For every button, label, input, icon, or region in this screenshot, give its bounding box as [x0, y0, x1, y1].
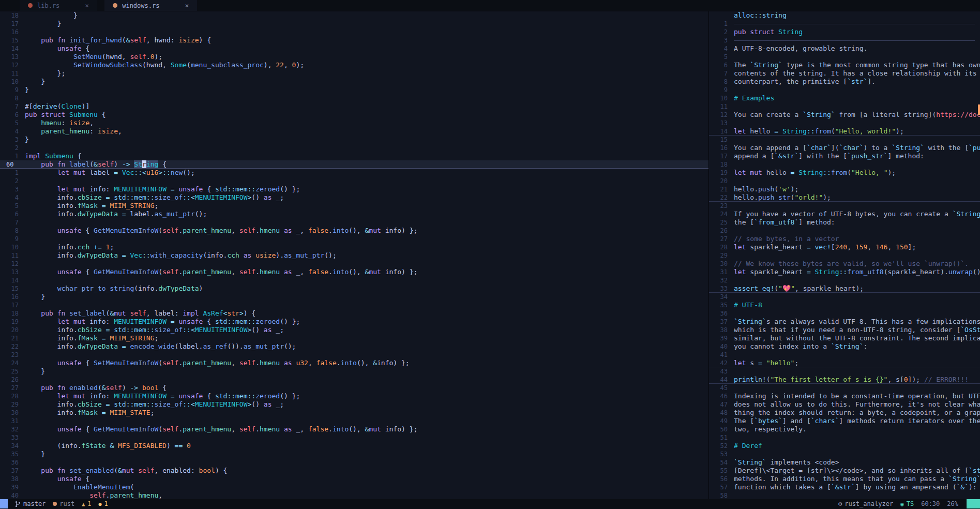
- code-line[interactable]: 14let hello = String::from("Hello, world…: [709, 127, 980, 136]
- code-line[interactable]: 54`String` implements <code>: [709, 458, 980, 467]
- code-line[interactable]: 24 unsafe { SetMenuItemInfoW(self.parent…: [0, 359, 708, 367]
- code-line[interactable]: 11: [709, 102, 980, 111]
- code-line[interactable]: 8 unsafe { GetMenuItemInfoW(self.parent_…: [0, 227, 708, 235]
- code-line[interactable]: 49The [`bytes`] and [`chars`] methods re…: [709, 417, 980, 425]
- code-line[interactable]: 15 pub fn init_for_hwnd(&self, hwnd: isi…: [0, 36, 708, 44]
- code-line[interactable]: 5: [709, 53, 980, 61]
- git-branch[interactable]: master: [15, 500, 46, 507]
- code-line[interactable]: 13 unsafe { GetMenuItemInfoW(self.parent…: [0, 268, 708, 276]
- code-line[interactable]: 28let sparkle_heart = vec![240, 159, 146…: [709, 243, 980, 251]
- code-line[interactable]: 39similar, but without the UTF-8 constra…: [709, 334, 980, 342]
- code-line[interactable]: 26: [0, 376, 708, 384]
- code-line[interactable]: 23: [709, 202, 980, 210]
- code-line[interactable]: 52# Deref: [709, 442, 980, 450]
- code-line[interactable]: 6 info.dwTypeData = label.as_mut_ptr();: [0, 210, 708, 218]
- code-line[interactable]: 37 pub fn set_enabled(&mut self, enabled…: [0, 467, 708, 475]
- code-line[interactable]: 1impl Submenu {: [0, 152, 708, 160]
- code-line[interactable]: 36: [0, 458, 708, 467]
- code-line[interactable]: 3 let mut info: MENUITEMINFOW = unsafe {…: [0, 185, 708, 193]
- code-line[interactable]: 38 unsafe {: [0, 475, 708, 483]
- code-line[interactable]: 35 }: [0, 450, 708, 458]
- diagnostics-warnings[interactable]: ▲ 1: [82, 500, 91, 507]
- code-line[interactable]: 17append a [`&str`] with the [`push_str`…: [709, 152, 980, 160]
- code-line[interactable]: 47does not allow us to do this. Furtherm…: [709, 400, 980, 409]
- code-line[interactable]: 6The `String` type is the most common st…: [709, 61, 980, 69]
- code-line[interactable]: 10 info.cch += 1;: [0, 243, 708, 251]
- code-line[interactable]: 19 let mut info: MENUITEMINFOW = unsafe …: [0, 318, 708, 326]
- code-line[interactable]: 17: [0, 301, 708, 309]
- code-line[interactable]: 35# UTF-8: [709, 301, 980, 309]
- code-line[interactable]: 30// We know these bytes are valid, so w…: [709, 260, 980, 268]
- code-line[interactable]: 9: [709, 86, 980, 94]
- code-line[interactable]: 8: [0, 94, 708, 102]
- docs-hover-panel[interactable]: alloc::string12pub struct String34A UTF-…: [708, 11, 980, 499]
- code-line[interactable]: alloc::string: [709, 11, 980, 20]
- code-line[interactable]: 13 SetMenu(hwnd, self.0);: [0, 53, 708, 61]
- code-line[interactable]: 21 info.fMask = MIIM_STRING;: [0, 334, 708, 342]
- code-line[interactable]: 27// some bytes, in a vector: [709, 235, 980, 243]
- code-line[interactable]: 24If you have a vector of UTF-8 bytes, y…: [709, 210, 980, 218]
- code-line[interactable]: 53: [709, 450, 980, 458]
- code-line[interactable]: 20 info.cbSize = std::mem::size_of::<MEN…: [0, 326, 708, 334]
- code-line[interactable]: 33assert_eq!("💖", sparkle_heart);: [709, 285, 980, 293]
- code-line[interactable]: 2: [0, 144, 708, 152]
- cursor-line[interactable]: 60 pub fn label(&self) -> String {: [0, 160, 708, 169]
- code-line[interactable]: 30 info.fMask = MIIM_STATE;: [0, 409, 708, 417]
- tab-windows-rs[interactable]: windows.rs ×: [104, 0, 197, 11]
- code-line[interactable]: 15 wchar_ptr_to_string(info.dwTypeData): [0, 285, 708, 293]
- code-line[interactable]: 27 pub fn enabled(&self) -> bool {: [0, 384, 708, 392]
- code-line[interactable]: 18: [709, 160, 980, 169]
- code-line[interactable]: 36: [709, 309, 980, 318]
- code-line[interactable]: 29 info.cbSize = std::mem::size_of::<MEN…: [0, 400, 708, 409]
- code-line[interactable]: 45: [709, 384, 980, 392]
- code-line[interactable]: 9}: [0, 86, 708, 94]
- close-icon[interactable]: ×: [85, 2, 89, 9]
- code-line[interactable]: 14 unsafe {: [0, 44, 708, 53]
- code-line[interactable]: 7#[derive(Clone)]: [0, 102, 708, 111]
- code-line[interactable]: 16 }: [0, 293, 708, 301]
- code-line[interactable]: 19let mut hello = String::from("Hello, "…: [709, 169, 980, 177]
- editor-pane[interactable]: 18 }17 }1615 pub fn init_for_hwnd(&self,…: [0, 11, 708, 499]
- code-line[interactable]: 42let s = "hello";: [709, 359, 980, 367]
- code-line[interactable]: 3: [709, 36, 980, 44]
- code-line[interactable]: 34: [709, 293, 980, 301]
- code-line[interactable]: 16: [0, 28, 708, 36]
- code-line[interactable]: 12You can create a `String` from [a lite…: [709, 111, 980, 119]
- code-line[interactable]: 9: [0, 235, 708, 243]
- code-line[interactable]: 55[Deref]\<Target = [str]\></code>, and …: [709, 467, 980, 475]
- code-line[interactable]: 20: [709, 177, 980, 185]
- code-line[interactable]: 5 info.fMask = MIIM_STRING;: [0, 202, 708, 210]
- code-line[interactable]: 14: [0, 276, 708, 285]
- code-line[interactable]: 7contents of the string. It has a close …: [709, 69, 980, 78]
- code-line[interactable]: 18 pub fn set_label(&mut self, label: im…: [0, 309, 708, 318]
- code-line[interactable]: 10# Examples: [709, 94, 980, 102]
- code-line[interactable]: 22 info.dwTypeData = encode_wide(label.a…: [0, 342, 708, 351]
- code-line[interactable]: 18 }: [0, 11, 708, 20]
- code-line[interactable]: 26: [709, 227, 980, 235]
- diagnostics-hints[interactable]: ● 1: [99, 500, 108, 507]
- code-line[interactable]: 12: [0, 260, 708, 268]
- code-line[interactable]: 1 let mut label = Vec::<u16>::new();: [0, 169, 708, 177]
- code-line[interactable]: 10 }: [0, 78, 708, 86]
- code-line[interactable]: 32: [709, 276, 980, 285]
- code-line[interactable]: 1: [709, 20, 980, 28]
- code-line[interactable]: 7: [0, 218, 708, 227]
- code-line[interactable]: 4 info.cbSize = std::mem::size_of::<MENU…: [0, 193, 708, 202]
- code-line[interactable]: 23: [0, 351, 708, 359]
- code-line[interactable]: 2: [0, 177, 708, 185]
- code-line[interactable]: 40 self.parent_hmenu,: [0, 491, 708, 499]
- code-line[interactable]: 16You can append a [`char`](`char`) to a…: [709, 144, 980, 152]
- code-line[interactable]: 41: [709, 351, 980, 359]
- code-line[interactable]: 11 info.dwTypeData = Vec::with_capacity(…: [0, 251, 708, 260]
- code-line[interactable]: 40you cannot index into a `String`:: [709, 342, 980, 351]
- code-line[interactable]: 31let sparkle_heart = String::from_utf8(…: [709, 268, 980, 276]
- code-line[interactable]: 28 let mut info: MENUITEMINFOW = unsafe …: [0, 392, 708, 400]
- code-line[interactable]: 22hello.push_str("orld!");: [709, 193, 980, 202]
- code-line[interactable]: 25 }: [0, 367, 708, 376]
- code-line[interactable]: 51: [709, 433, 980, 442]
- code-line[interactable]: 57function which takes a [`&str`] by usi…: [709, 483, 980, 491]
- code-line[interactable]: 33: [0, 433, 708, 442]
- code-line[interactable]: 56methods. In addition, this means that …: [709, 475, 980, 483]
- code-line[interactable]: 34 (info.fState & MFS_DISABLED) == 0: [0, 442, 708, 450]
- code-line[interactable]: 5 hmenu: isize,: [0, 119, 708, 127]
